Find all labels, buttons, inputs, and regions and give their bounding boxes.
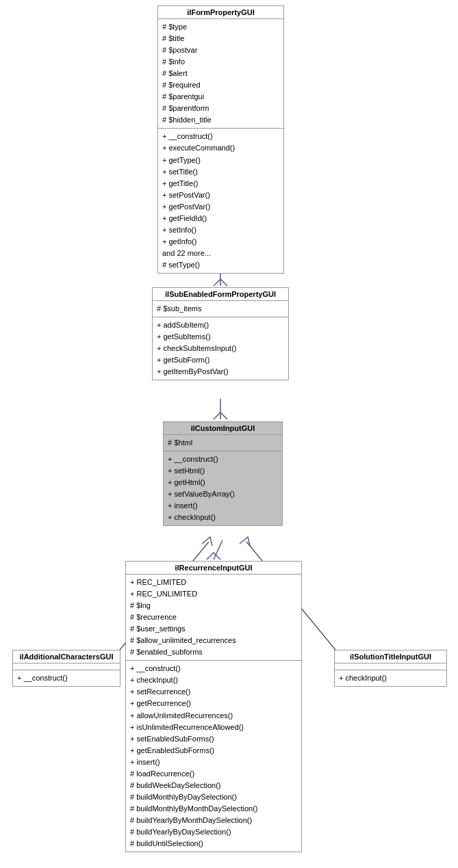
attributes-ilRecurrenceInputGUI: + REC_LIMITED + REC_UNLIMITED # $lng # $… bbox=[126, 575, 301, 661]
title-ilSubEnabledFormPropertyGUI: ilSubEnabledFormPropertyGUI bbox=[153, 288, 288, 301]
title-ilAdditionalCharactersGUI: ilAdditionalCharactersGUI bbox=[13, 650, 120, 663]
attributes-ilSubEnabledFormPropertyGUI: # $sub_items bbox=[153, 301, 288, 317]
box-ilSolutionTitleInputGUI: ilSolutionTitleInputGUI + checkInput() bbox=[334, 650, 447, 687]
svg-line-2 bbox=[214, 540, 222, 560]
methods-ilSubEnabledFormPropertyGUI: + addSubItem() + getSubItems() + checkSu… bbox=[153, 317, 288, 380]
box-ilAdditionalCharactersGUI: ilAdditionalCharactersGUI + __construct(… bbox=[12, 650, 120, 687]
attributes-ilCustomInputGUI: # $html bbox=[164, 435, 282, 451]
box-ilRecurrenceInputGUI: ilRecurrenceInputGUI + REC_LIMITED + REC… bbox=[125, 561, 302, 852]
methods-ilFormPropertyGUI: + __construct() + executeCommand() + get… bbox=[158, 129, 283, 273]
box-ilFormPropertyGUI: ilFormPropertyGUI # $type # $title # $po… bbox=[157, 5, 284, 274]
attributes-ilAdditionalCharactersGUI bbox=[13, 663, 120, 670]
attributes-ilSolutionTitleInputGUI bbox=[335, 663, 446, 670]
title-ilCustomInputGUI: ilCustomInputGUI bbox=[164, 422, 282, 435]
methods-ilRecurrenceInputGUI: + __construct() + checkInput() + setRecu… bbox=[126, 661, 301, 852]
box-ilCustomInputGUI: ilCustomInputGUI # $html + __construct()… bbox=[163, 421, 283, 526]
title-ilFormPropertyGUI: ilFormPropertyGUI bbox=[158, 6, 283, 19]
title-ilSolutionTitleInputGUI: ilSolutionTitleInputGUI bbox=[335, 650, 446, 663]
box-ilSubEnabledFormPropertyGUI: ilSubEnabledFormPropertyGUI # $sub_items… bbox=[152, 287, 289, 380]
methods-ilCustomInputGUI: + __construct() + setHtml() + getHtml() … bbox=[164, 451, 282, 525]
methods-ilSolutionTitleInputGUI: + checkInput() bbox=[335, 670, 446, 686]
diagram-container: ilFormPropertyGUI # $type # $title # $po… bbox=[0, 0, 458, 868]
attributes-ilFormPropertyGUI: # $type # $title # $postvar # $info # $a… bbox=[158, 19, 283, 129]
title-ilRecurrenceInputGUI: ilRecurrenceInputGUI bbox=[126, 562, 301, 575]
methods-ilAdditionalCharactersGUI: + __construct() bbox=[13, 670, 120, 686]
